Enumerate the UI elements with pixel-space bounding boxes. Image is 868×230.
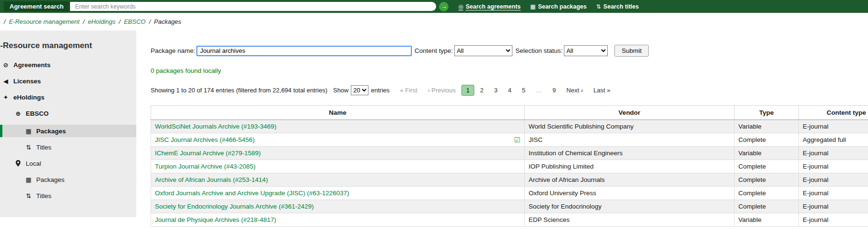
package-link[interactable]: IChemE Journal Archive (#279-1589) <box>155 150 261 157</box>
breadcrumb-separator: / <box>4 18 6 25</box>
main-content: Package name: Content type: All Selectio… <box>136 30 868 227</box>
search-agreements-icon: ◎ <box>458 3 463 10</box>
search-titles-icon: ⇅ <box>596 3 601 10</box>
breadcrumb-separator: / <box>83 18 85 25</box>
cell-content-type: E-journal <box>799 160 868 173</box>
cell-vendor: Oxford University Press <box>525 187 735 200</box>
pagination-first[interactable]: « First <box>395 85 422 96</box>
table-row: Oxford Journals Archive and Archive Upgr… <box>151 187 868 200</box>
cell-type: Complete <box>735 160 799 173</box>
agreements-icon: ⊘ <box>2 61 10 69</box>
sidebar-title: E-Resource management <box>0 41 136 50</box>
table-row: Turpion Journal Archive (#43-2085)IOP Pu… <box>151 160 868 173</box>
cell-type: Complete <box>735 187 799 200</box>
package-name-input[interactable] <box>196 46 412 56</box>
sidebar-item-label: Local <box>26 160 41 167</box>
cell-name: Oxford Journals Archive and Archive Upgr… <box>151 187 525 200</box>
sidebar-item-label: EBSCO <box>26 110 49 117</box>
cell-vendor: Archive of African Journals <box>525 173 735 187</box>
cell-name: WorldSciNet Journals Archive (#193-3469) <box>151 120 525 133</box>
home-icon[interactable]: ⌂ <box>0 18 0 26</box>
pagination-next[interactable]: Next › <box>562 85 588 96</box>
pagination: « First‹ Previous12345…9Next ›Last » <box>395 85 615 96</box>
table-row: Journal de Physique Archives (#218-4817)… <box>151 213 868 227</box>
sidebar-item-label: eHoldings <box>13 94 44 101</box>
eholdings-icon: ✦ <box>2 94 10 101</box>
breadcrumb-separator: / <box>149 18 151 25</box>
nav-search-packages[interactable]: ▦ Search packages <box>530 3 587 10</box>
table-header-row: Name Vendor Type Content type <box>151 106 868 120</box>
package-link[interactable]: Archive of African Journals (#253-1414) <box>155 176 268 183</box>
sidebar: E-Resource management ⊘ Agreements ◀ Lic… <box>0 30 136 217</box>
submit-button[interactable]: Submit <box>614 45 649 57</box>
table-row: WorldSciNet Journals Archive (#193-3469)… <box>151 120 868 133</box>
packages-icon: ▦ <box>25 176 32 183</box>
ebsco-icon: ⊕ <box>14 110 22 117</box>
sidebar-item-ebsco[interactable]: ⊕ EBSCO <box>0 109 136 118</box>
cell-vendor: World Scientific Publishing Company <box>525 120 735 133</box>
sidebar-item-licenses[interactable]: ◀ Licenses <box>0 76 136 86</box>
content-type-select[interactable]: All <box>454 45 512 56</box>
breadcrumb-e-resource-management[interactable]: E-Resource management <box>9 18 80 25</box>
package-link[interactable]: Turpion Journal Archive (#43-2085) <box>155 163 255 170</box>
top-search-input[interactable] <box>70 2 436 11</box>
package-link[interactable]: Journal de Physique Archives (#218-4817) <box>155 216 276 223</box>
package-link[interactable]: Society for Endocrinology Journals Archi… <box>155 203 314 210</box>
sidebar-item-local-titles[interactable]: ⇅ Titles <box>0 191 136 200</box>
cell-name: Journal de Physique Archives (#218-4817) <box>151 213 525 227</box>
search-packages-icon: ▦ <box>530 3 535 10</box>
sidebar-item-agreements[interactable]: ⊘ Agreements <box>0 60 136 70</box>
package-link[interactable]: Oxford Journals Archive and Archive Upgr… <box>155 190 349 197</box>
agreement-search-button[interactable]: Agreement search <box>4 1 69 11</box>
selection-status-select[interactable]: All <box>564 45 608 56</box>
cell-vendor: JISC <box>525 133 735 147</box>
sidebar-item-label: Packages <box>36 176 64 183</box>
cell-vendor: EDP Sciences <box>525 213 735 227</box>
packages-icon: ▦ <box>25 128 32 135</box>
cell-vendor: Society for Endocrinology <box>525 200 735 213</box>
selected-check-icon: ☑ <box>514 136 521 143</box>
cell-name: ☑JISC Journal Archives (#466-5456) <box>151 133 525 147</box>
entries-label: entries <box>371 87 389 94</box>
pagination-page-9[interactable]: 9 <box>548 85 561 96</box>
header-type[interactable]: Type <box>735 106 799 120</box>
page-size-select[interactable]: 20 <box>351 85 368 95</box>
sidebar-item-eholdings[interactable]: ✦ eHoldings <box>0 92 136 102</box>
pagination-page-4[interactable]: 4 <box>503 85 516 96</box>
package-link[interactable]: WorldSciNet Journals Archive (#193-3469) <box>155 123 276 130</box>
package-link[interactable]: JISC Journal Archives (#466-5456) <box>155 136 255 143</box>
show-label: Show <box>333 87 349 94</box>
pagination-page-3[interactable]: 3 <box>489 85 502 96</box>
breadcrumb-separator: / <box>119 18 121 25</box>
package-filter-form: Package name: Content type: All Selectio… <box>151 45 868 57</box>
table-row: Archive of African Journals (#253-1414)A… <box>151 173 868 187</box>
search-go-button[interactable]: → <box>439 2 449 11</box>
sidebar-item-ebsco-packages[interactable]: ▦ Packages <box>0 125 136 137</box>
pagination-last[interactable]: Last » <box>589 85 615 96</box>
breadcrumb-ebsco[interactable]: EBSCO <box>124 18 146 25</box>
header-name[interactable]: Name <box>151 106 525 120</box>
pagination-previous[interactable]: ‹ Previous <box>423 85 460 96</box>
table-row: Society for Endocrinology Journals Archi… <box>151 200 868 213</box>
pagination-page-2[interactable]: 2 <box>475 85 488 96</box>
breadcrumb-packages: Packages <box>154 18 181 25</box>
arrow-right-icon: → <box>441 3 447 10</box>
nav-search-titles[interactable]: ⇅ Search titles <box>596 3 639 10</box>
sidebar-item-local[interactable]: Local <box>0 159 136 168</box>
sidebar-item-label: Titles <box>36 144 51 151</box>
cell-name: IChemE Journal Archive (#279-1589) <box>151 147 525 160</box>
breadcrumb-eholdings[interactable]: eHoldings <box>88 18 115 25</box>
pagination-ellipsis: … <box>531 85 547 96</box>
sidebar-item-label: Packages <box>36 128 66 135</box>
pagination-page-5[interactable]: 5 <box>517 85 530 96</box>
location-pin-icon <box>14 160 22 167</box>
nav-search-agreements[interactable]: ◎ Search agreements <box>458 3 521 10</box>
header-content-type[interactable]: Content type <box>799 106 868 120</box>
sidebar-item-local-packages[interactable]: ▦ Packages <box>0 175 136 184</box>
cell-content-type: E-journal <box>799 200 868 213</box>
content-type-label: Content type: <box>415 47 453 54</box>
packages-table: Name Vendor Type Content type WorldSciNe… <box>151 105 868 227</box>
pagination-page-1[interactable]: 1 <box>461 85 474 96</box>
sidebar-item-ebsco-titles[interactable]: ⇅ Titles <box>0 142 136 152</box>
header-vendor[interactable]: Vendor <box>525 106 735 120</box>
